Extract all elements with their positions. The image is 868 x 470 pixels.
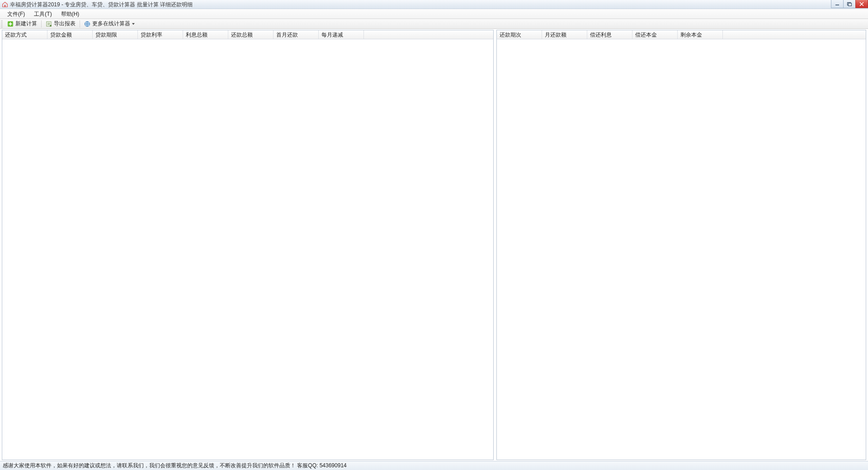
col-loan-term[interactable]: 贷款期限 <box>93 30 138 39</box>
col-remaining-principal[interactable]: 剩余本金 <box>678 30 723 39</box>
svg-rect-0 <box>5 5 6 6</box>
col-total-interest[interactable]: 利息总额 <box>183 30 228 39</box>
col-loan-amount[interactable]: 贷款金额 <box>47 30 93 39</box>
window-title: 幸福房贷计算器2019 - 专业房贷、车贷、贷款计算器 批量计算 详细还款明细 <box>10 0 193 9</box>
status-bar: 感谢大家使用本软件，如果有好的建议或想法，请联系我们，我们会很重视您的意见反馈，… <box>0 461 868 470</box>
close-button[interactable] <box>855 0 868 8</box>
col-first-month[interactable]: 首月还款 <box>274 30 319 39</box>
minimize-button[interactable] <box>831 0 844 8</box>
export-label: 导出报表 <box>54 20 75 28</box>
loan-summary-header: 还款方式 贷款金额 贷款期限 贷款利率 利息总额 还款总额 首月还款 每月递减 <box>2 30 493 39</box>
menu-help[interactable]: 帮助(H) <box>57 9 84 19</box>
more-calculators-label: 更多在线计算器 <box>92 20 130 28</box>
col-loan-rate[interactable]: 贷款利率 <box>138 30 183 39</box>
maximize-button[interactable] <box>843 0 856 8</box>
col-principal-paid[interactable]: 偿还本金 <box>632 30 678 39</box>
col-total-repayment[interactable]: 还款总额 <box>228 30 274 39</box>
col-period[interactable]: 还款期次 <box>497 30 542 39</box>
plus-icon <box>7 21 14 27</box>
window-controls <box>831 0 868 8</box>
menu-tools[interactable]: 工具(T) <box>29 9 56 19</box>
content-area: 还款方式 贷款金额 贷款期限 贷款利率 利息总额 还款总额 首月还款 每月递减 … <box>0 29 868 461</box>
payment-schedule-header: 还款期次 月还款额 偿还利息 偿还本金 剩余本金 <box>497 30 866 39</box>
globe-icon <box>84 21 90 27</box>
col-monthly-decrease[interactable]: 每月递减 <box>319 30 364 39</box>
chevron-down-icon <box>132 23 135 25</box>
col-monthly-payment[interactable]: 月还款额 <box>542 30 587 39</box>
export-icon <box>46 21 52 27</box>
status-text: 感谢大家使用本软件，如果有好的建议或想法，请联系我们，我们会很重视您的意见反馈，… <box>3 462 347 470</box>
toolbar-separator <box>80 20 80 28</box>
new-calc-button[interactable]: 新建计算 <box>5 19 40 28</box>
loan-summary-panel: 还款方式 贷款金额 贷款期限 贷款利率 利息总额 还款总额 首月还款 每月递减 <box>2 30 494 460</box>
col-interest-paid[interactable]: 偿还利息 <box>587 30 632 39</box>
app-icon <box>2 1 8 8</box>
payment-schedule-panel: 还款期次 月还款额 偿还利息 偿还本金 剩余本金 <box>496 30 866 460</box>
loan-summary-body[interactable] <box>2 39 493 460</box>
menu-bar: 文件(F) 工具(T) 帮助(H) <box>0 9 868 19</box>
toolbar-separator <box>41 20 42 28</box>
more-calculators-button[interactable]: 更多在线计算器 <box>81 19 137 28</box>
tool-bar: 新建计算 导出报表 更多在线计算器 <box>0 19 868 29</box>
new-calc-label: 新建计算 <box>15 20 37 28</box>
title-bar: 幸福房贷计算器2019 - 专业房贷、车贷、贷款计算器 批量计算 详细还款明细 <box>0 0 868 9</box>
menu-file[interactable]: 文件(F) <box>3 9 29 19</box>
toolbar-grip <box>1 20 3 28</box>
payment-schedule-body[interactable] <box>497 39 866 460</box>
svg-rect-3 <box>849 3 852 6</box>
export-button[interactable]: 导出报表 <box>43 19 78 28</box>
col-repayment-method[interactable]: 还款方式 <box>2 30 47 39</box>
